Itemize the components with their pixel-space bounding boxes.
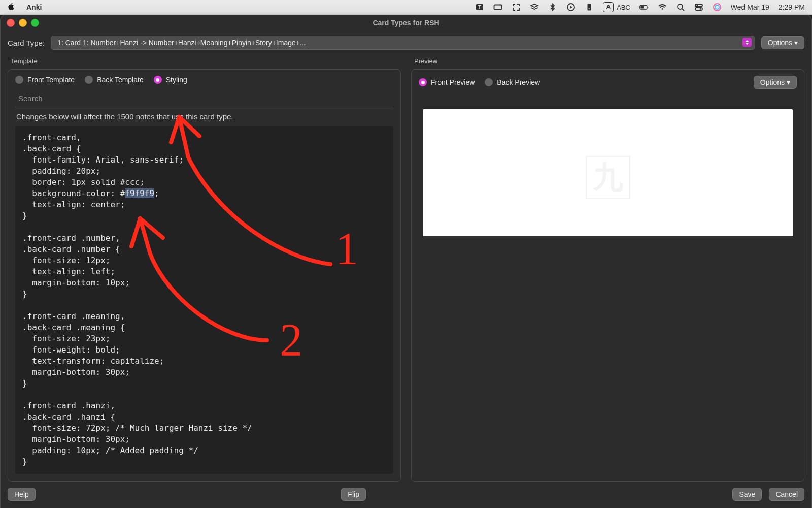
window-minimize-button[interactable] (19, 19, 27, 27)
radio-front-template[interactable]: Front Template (15, 76, 75, 84)
svg-rect-16 (695, 8, 702, 10)
radio-styling[interactable]: Styling (154, 76, 187, 84)
radio-front-preview[interactable]: Front Preview (419, 78, 475, 86)
help-button[interactable]: Help (8, 488, 36, 501)
window-titlebar: Card Types for RSH (1, 15, 811, 30)
window-zoom-button[interactable] (31, 19, 39, 27)
apple-logo-icon[interactable] (7, 3, 16, 12)
svg-point-18 (699, 8, 701, 10)
stack-icon[interactable] (530, 3, 539, 12)
window-close-button[interactable] (7, 19, 15, 27)
wifi-icon[interactable] (658, 3, 667, 12)
template-column: Template Front Template Back Template St… (8, 56, 401, 482)
radio-dot-icon (85, 76, 93, 84)
affect-note: Changes below will affect the 1500 notes… (8, 107, 400, 126)
play-icon[interactable] (566, 3, 576, 12)
svg-rect-8 (588, 4, 591, 11)
flip-button[interactable]: Flip (341, 488, 366, 501)
svg-text:T: T (478, 5, 481, 10)
svg-rect-2 (494, 5, 502, 10)
radio-dot-icon (15, 76, 23, 84)
svg-rect-6 (496, 8, 500, 8)
card-type-select[interactable]: 1: Card 1: Number+Hanzi -> Number+Hanzi+… (51, 36, 755, 50)
svg-point-17 (696, 5, 698, 6)
window-title: Card Types for RSH (1, 19, 811, 27)
cancel-label: Cancel (775, 490, 798, 498)
template-search[interactable] (15, 90, 393, 107)
textinput-icon[interactable]: T (475, 3, 484, 12)
help-label: Help (14, 490, 29, 498)
macos-menubar: Anki T A ABC Wed Mar 19 2:29 PM (0, 0, 812, 15)
radio-back-label: Back Template (97, 76, 144, 84)
save-label: Save (739, 490, 755, 498)
expand-icon[interactable] (512, 3, 521, 12)
app-name[interactable]: Anki (26, 3, 42, 11)
svg-point-13 (661, 8, 663, 10)
svg-rect-12 (648, 7, 649, 8)
search-input[interactable] (17, 93, 393, 103)
preview-column: Preview Front Preview Back Preview Optio… (411, 56, 804, 482)
card-options-button[interactable]: Options ▾ (761, 36, 804, 49)
preview-options-label: Options ▾ (760, 78, 790, 86)
card-options-label: Options ▾ (768, 39, 798, 47)
svg-rect-9 (589, 9, 590, 9)
flip-label: Flip (348, 490, 359, 498)
card-type-label: Card Type: (8, 39, 45, 47)
radio-front-label: Front Template (27, 76, 75, 84)
radio-back-template[interactable]: Back Template (85, 76, 144, 84)
radio-back-preview[interactable]: Back Preview (485, 78, 540, 86)
preview-card: 九 (423, 109, 793, 236)
template-tab-radios: Front Template Back Template Styling (8, 70, 400, 90)
input-label: ABC (617, 4, 630, 11)
svg-point-4 (497, 6, 498, 7)
save-button[interactable]: Save (732, 488, 762, 501)
preview-options-button[interactable]: Options ▾ (754, 76, 797, 89)
app-window: Card Types for RSH Card Type: 1: Card 1:… (0, 15, 812, 508)
bottom-bar: Help Flip Save Cancel (1, 482, 811, 508)
template-section-label: Template (11, 57, 399, 65)
radio-styling-label: Styling (166, 76, 187, 84)
svg-point-5 (499, 6, 500, 7)
code-highlight: f9f9f9 (125, 188, 154, 198)
control-center-icon[interactable] (694, 3, 703, 12)
battery-icon[interactable] (639, 3, 649, 12)
input-source-indicator[interactable]: A (603, 2, 614, 12)
svg-point-20 (715, 5, 719, 9)
code-post: ; text-align: center; } .front-card .num… (22, 188, 252, 474)
preview-hanzi: 九 (586, 156, 630, 199)
radio-back-preview-label: Back Preview (497, 78, 540, 86)
radio-front-preview-label: Front Preview (431, 78, 475, 86)
preview-section-label: Preview (414, 57, 803, 65)
template-panel: Front Template Back Template Styling Cha… (8, 69, 401, 482)
card-type-row: Card Type: 1: Card 1: Number+Hanzi -> Nu… (1, 30, 811, 56)
bluetooth-icon[interactable] (548, 3, 557, 12)
cancel-button[interactable]: Cancel (769, 488, 804, 501)
svg-rect-11 (640, 6, 644, 9)
preview-tab-row: Front Preview Back Preview Options ▾ (412, 70, 804, 95)
radio-dot-icon (419, 78, 427, 86)
styling-code-editor[interactable]: .front-card, .back-card { font-family: A… (15, 126, 393, 474)
chevron-updown-icon (742, 38, 752, 47)
radio-dot-icon (154, 76, 162, 84)
keyboard-icon[interactable] (493, 3, 502, 12)
code-pre: .front-card, .back-card { font-family: A… (22, 133, 184, 198)
svg-rect-15 (695, 4, 702, 7)
search-icon[interactable] (676, 3, 685, 12)
device-icon[interactable] (585, 3, 594, 12)
radio-dot-icon (485, 78, 493, 86)
svg-point-3 (496, 6, 497, 7)
input-badge: A (606, 4, 611, 11)
siri-icon[interactable] (713, 3, 722, 12)
preview-panel: Front Preview Back Preview Options ▾ 九 (411, 69, 804, 482)
menubar-date[interactable]: Wed Mar 19 (731, 3, 769, 11)
menubar-time[interactable]: 2:29 PM (779, 3, 805, 11)
svg-point-14 (678, 4, 683, 9)
card-type-value: 1: Card 1: Number+Hanzi -> Number+Hanzi+… (57, 39, 306, 47)
